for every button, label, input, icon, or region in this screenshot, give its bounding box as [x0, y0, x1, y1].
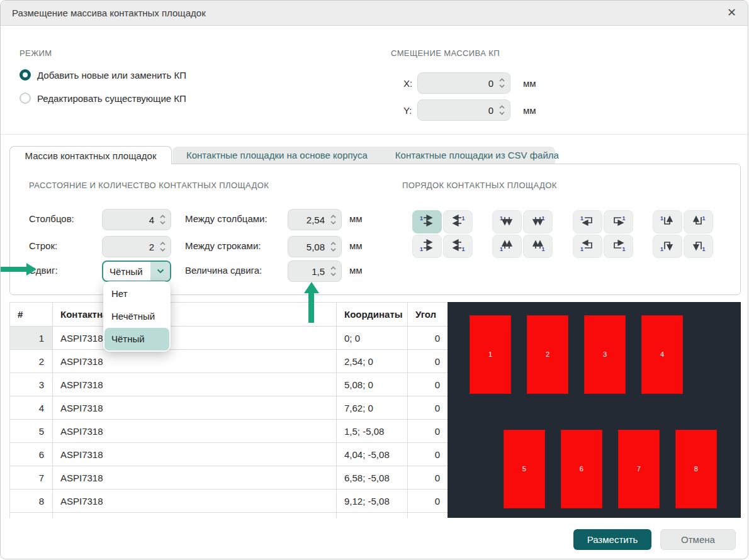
offset-row-x: X:0мм	[391, 72, 592, 94]
spinner-arrows-icon[interactable]	[498, 104, 505, 116]
spinner-arrows-icon[interactable]	[498, 77, 505, 89]
order-button[interactable]: 1	[523, 235, 553, 258]
mode-radio-option-1[interactable]: Добавить новые или заменить КП	[20, 69, 186, 81]
order-snake-rows-bottom-right-icon: 1	[610, 238, 627, 254]
mode-radio-label: Добавить новые или заменить КП	[37, 70, 186, 81]
shift-select[interactable]: Чётный	[102, 260, 171, 282]
unit-label: мм	[349, 213, 363, 224]
tab-pads-from-footprint[interactable]: Контактные площадки на основе корпуса	[172, 150, 381, 160]
table-row[interactable]: 4ASPI73187,62; 00	[10, 396, 449, 420]
table-row[interactable]: 7ASPI73186,58; -5,080	[10, 466, 449, 490]
table-row-empty	[10, 513, 449, 518]
dialog-titlebar: Размещение массива контактных площадок ✕	[1, 1, 748, 26]
order-button[interactable]: 1	[412, 210, 442, 233]
annotation-arrow-shift-value	[304, 282, 319, 323]
order-snake-cols-bottom-left-icon: 1	[659, 238, 676, 254]
shift-option-item[interactable]: Нет	[104, 283, 169, 305]
order-button[interactable]: 1	[684, 235, 713, 258]
table-row[interactable]: 8ASPI73189,12; -5,080	[10, 490, 449, 513]
order-button[interactable]: 1	[443, 210, 473, 233]
mode-section: РЕЖИМ Добавить новые или заменить КПРеда…	[20, 48, 186, 104]
cancel-button[interactable]: Отмена	[660, 529, 736, 550]
row-number-cell: 2	[10, 350, 53, 373]
preview-pad: 4	[641, 315, 683, 394]
order-button[interactable]: 1	[492, 235, 522, 258]
spacing-size-input-1-value: 2,54	[307, 215, 325, 225]
field-label: Между строками:	[185, 240, 261, 251]
coords-cell: 0; 0	[337, 327, 408, 350]
coords-cell: 2,54; 0	[337, 350, 408, 373]
spacing-count-input-1[interactable]: 4	[102, 209, 171, 230]
order-button[interactable]: 1	[653, 210, 682, 233]
spacing-heading: РАССТОЯНИЕ И КОЛИЧЕСТВО КОНТАКТНЫХ ПЛОЩА…	[29, 181, 269, 190]
order-button[interactable]: 1	[573, 210, 602, 233]
preview-pad: 8	[675, 430, 717, 508]
order-button[interactable]: 1	[653, 235, 682, 258]
pad-table: #Контактная площадкаКоординатыУгол 1ASPI…	[9, 302, 448, 518]
spacing-size-input-2[interactable]: 5,08	[288, 236, 342, 257]
place-button[interactable]: Разместить	[573, 529, 651, 550]
spinner-arrows-icon[interactable]	[330, 265, 337, 277]
tab-pads-from-csv[interactable]: Контактные площадки из CSV файла	[381, 150, 573, 160]
svg-text:1: 1	[580, 246, 583, 252]
array-offset-section: СМЕЩЕНИЕ МАССИВА КП X:0ммY:0мм	[391, 48, 592, 58]
table-row[interactable]: 6ASPI73184,04; -5,080	[10, 443, 449, 466]
mode-radio-option-2[interactable]: Редактировать существующие КП	[20, 92, 186, 104]
spacing-size-input-3[interactable]: 1,5	[288, 260, 342, 282]
spinner-arrows-icon[interactable]	[330, 240, 337, 253]
preview-pad: 1	[470, 315, 511, 394]
offset-y-input[interactable]: 0	[417, 99, 510, 121]
offset-unit-label: мм	[523, 105, 536, 116]
order-rows-left-start-top-icon: 1	[449, 214, 466, 230]
table-row[interactable]: 1ASPI73180; 00	[10, 327, 449, 350]
offset-x-input[interactable]: 0	[417, 72, 510, 94]
offset-unit-label: мм	[523, 78, 536, 89]
offset-row-y: Y:0мм	[391, 99, 592, 121]
angle-cell: 0	[408, 443, 449, 466]
offset-axis-label: X:	[403, 78, 417, 89]
coords-cell: 6,58; -5,08	[337, 466, 408, 490]
spacing-count-input-2-value: 2	[149, 242, 154, 252]
table-row[interactable]: 3ASPI73185,08; 00	[10, 373, 449, 396]
order-button[interactable]: 1	[604, 210, 633, 233]
angle-cell: 0	[408, 420, 449, 443]
row-number-cell: 5	[10, 420, 53, 443]
svg-text:1: 1	[660, 215, 663, 221]
spinner-arrows-icon[interactable]	[159, 240, 166, 253]
angle-cell: 0	[408, 466, 449, 490]
order-button[interactable]: 1	[573, 235, 602, 258]
tab-pad-array[interactable]: Массив контактных площадок	[9, 146, 172, 164]
pad-name-cell: ASPI7318	[53, 350, 337, 373]
order-button[interactable]: 1	[604, 235, 633, 258]
order-button[interactable]: 1	[684, 210, 713, 233]
order-button[interactable]: 1	[523, 210, 553, 233]
table-row[interactable]: 2ASPI73182,54; 00	[10, 350, 449, 373]
order-button[interactable]: 1	[492, 210, 522, 233]
shift-option-selected[interactable]: Чётный	[104, 328, 169, 350]
spacing-size-input-2-value: 5,08	[307, 242, 325, 252]
shift-option-item[interactable]: Нечётный	[104, 305, 169, 328]
pad-name-cell: ASPI7318	[53, 443, 337, 466]
table-row[interactable]: 5ASPI73181,5; -5,080	[10, 420, 449, 443]
order-rows-right-start-bottom-icon: 1	[419, 238, 436, 254]
spacing-count-input-2[interactable]: 2	[102, 236, 171, 257]
preview-pad: 5	[504, 430, 545, 508]
row-number-cell: 8	[10, 490, 53, 513]
preview-pad: 3	[584, 315, 626, 394]
coords-cell: 5,08; 0	[337, 373, 408, 396]
order-snake-cols-bottom-right-icon: 1	[690, 238, 707, 254]
close-icon[interactable]: ✕	[727, 6, 736, 20]
spinner-arrows-icon[interactable]	[159, 213, 166, 226]
order-snake-rows-top-left-icon: 1	[579, 214, 596, 230]
order-cols-down-start-right-icon: 1	[529, 214, 546, 230]
order-button[interactable]: 1	[443, 235, 473, 258]
unit-label: мм	[349, 240, 363, 251]
empty-cell	[53, 513, 337, 518]
spacing-size-input-1[interactable]: 2,54	[288, 209, 342, 230]
spinner-arrows-icon[interactable]	[330, 213, 337, 226]
chevron-down-icon[interactable]	[150, 262, 170, 281]
order-button[interactable]: 1	[412, 235, 442, 258]
pad-name-cell: ASPI7318	[53, 373, 337, 396]
order-snake-rows-top-right-icon: 1	[610, 214, 627, 230]
pad-name-cell: ASPI7318	[53, 327, 337, 350]
